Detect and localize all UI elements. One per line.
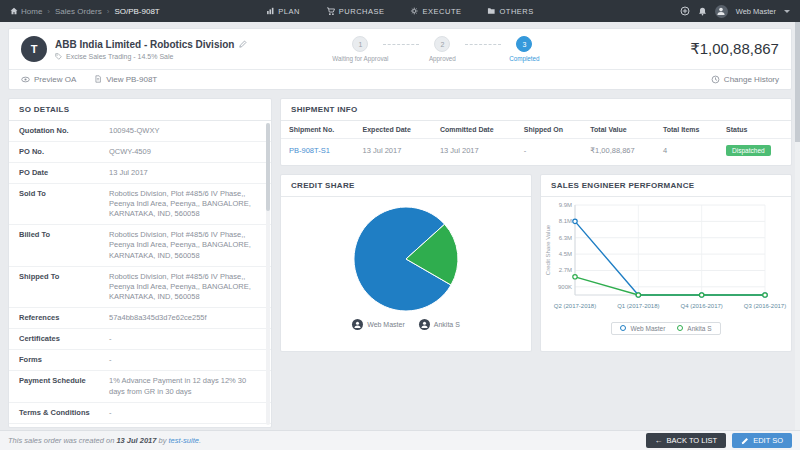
edit-title-icon[interactable]	[239, 40, 247, 48]
detail-label: Terms & Conditions	[19, 408, 103, 418]
home-icon	[10, 7, 18, 15]
view-document-button[interactable]: View PB-908T	[94, 75, 157, 84]
back-to-list-button[interactable]: ← BACK TO LIST	[646, 433, 727, 448]
preview-oa-label: Preview OA	[34, 75, 76, 84]
column-header: Shipment No.	[281, 121, 355, 139]
menu-execute[interactable]: EXECUTE	[411, 7, 462, 16]
data-point	[699, 292, 703, 296]
add-icon[interactable]	[680, 6, 690, 16]
legend-label: Ankita S	[687, 325, 711, 332]
change-history-button[interactable]: Change History	[711, 75, 779, 84]
note-suffix: .	[199, 436, 201, 445]
breadcrumb-sales-orders[interactable]: Sales Orders	[55, 7, 102, 16]
detail-row: Certificates-	[9, 329, 271, 350]
menu-plan[interactable]: PLAN	[266, 7, 300, 16]
detail-value: 1% Advance Payment in 12 days 12% 30 day…	[109, 376, 261, 396]
detail-label: Payment Schedule	[19, 376, 103, 396]
shipment-number-link[interactable]: PB-908T-S1	[289, 146, 330, 155]
back-arrow-icon: ←	[655, 437, 663, 445]
legend-item[interactable]: Ankita S	[677, 325, 711, 332]
shipment-cell: 4	[655, 138, 718, 162]
step-approved: 2 Approved	[409, 36, 475, 63]
detail-label: Certificates	[19, 334, 103, 344]
step-waiting-for-approval: 1 Waiting for Approval	[327, 36, 393, 63]
legend-label: Web Master	[367, 321, 405, 328]
page-scrollbar-thumb[interactable]	[795, 22, 800, 142]
legend-label: Web Master	[630, 325, 665, 332]
y-tick-label: 9.9M	[559, 202, 572, 208]
menu-others[interactable]: OTHERS	[487, 7, 533, 16]
step-circle: 1	[352, 36, 368, 52]
order-total-amount: ₹1,00,88,867	[690, 40, 779, 58]
step-label: Waiting for Approval	[332, 55, 388, 63]
line-series-ankita-s	[575, 276, 765, 294]
x-tick-label: Q2 (2017-2018)	[554, 303, 596, 309]
shipment-cell: 13 Jul 2017	[432, 138, 516, 162]
detail-label: PO Date	[19, 168, 103, 178]
main-menu: PLAN PURCHASE EXECUTE OTHERS	[266, 0, 533, 22]
legend-item[interactable]: Web Master	[352, 319, 405, 330]
top-navbar: Home Sales Orders SO/PB-908T PLAN PURCHA…	[0, 0, 800, 22]
shipment-cell: ₹1,00,88,867	[582, 138, 655, 162]
column-header: Expected Date	[355, 121, 432, 139]
legend-item[interactable]: Ankita S	[419, 319, 460, 330]
detail-row: Forms-	[9, 350, 271, 371]
page-scrollbar[interactable]	[795, 22, 800, 430]
column-header: Status	[718, 121, 791, 139]
right-column: SHIPMENT INFO Shipment No.Expected DateC…	[280, 98, 792, 428]
data-point	[763, 292, 767, 296]
shipment-table: Shipment No.Expected DateCommitted DateS…	[281, 121, 791, 162]
detail-label: Sold To	[19, 189, 103, 219]
change-history-label: Change History	[724, 75, 779, 84]
execute-gear-icon	[411, 7, 419, 15]
detail-value: 13 Jul 2017	[109, 168, 148, 178]
note-prefix: This sales order was created on	[8, 436, 116, 445]
legend-item[interactable]: Web Master	[620, 325, 665, 332]
detail-row: Billed ToRobotics Division, Plot #485/6 …	[9, 225, 271, 266]
column-header: Committed Date	[432, 121, 516, 139]
y-tick-label: 6.3M	[559, 234, 572, 240]
credit-share-pie-chart	[350, 203, 462, 315]
credit-share-title: CREDIT SHARE	[281, 175, 531, 197]
order-header-card: T ABB India Limited - Robotics Division …	[8, 28, 792, 90]
detail-label: Quotation No.	[19, 126, 103, 136]
back-to-list-label: BACK TO LIST	[667, 436, 718, 445]
detail-value: -	[109, 355, 112, 365]
shipment-info-card: SHIPMENT INFO Shipment No.Expected DateC…	[280, 98, 792, 166]
data-point	[573, 274, 577, 278]
data-point	[573, 219, 577, 223]
step-label: Completed	[509, 55, 539, 63]
user-menu-caret-icon[interactable]	[784, 10, 790, 13]
progress-steps: 1 Waiting for Approval 2 Approved 3 Comp…	[327, 36, 557, 63]
order-header-main: T ABB India Limited - Robotics Division …	[9, 29, 791, 69]
shipment-cell: 13 Jul 2017	[355, 138, 432, 162]
user-avatar[interactable]	[715, 5, 728, 18]
so-details-scrollbar[interactable]	[266, 123, 270, 425]
user-name[interactable]: Web Master	[736, 7, 776, 16]
detail-label: Shipped To	[19, 272, 103, 302]
detail-value: QCWY-4509	[109, 147, 151, 157]
detail-row: Quotation No.100945-QWXY	[9, 121, 271, 142]
document-icon	[94, 75, 102, 83]
column-header: Total Items	[655, 121, 718, 139]
plan-icon	[266, 7, 274, 15]
menu-purchase[interactable]: PURCHASE	[326, 7, 385, 16]
edit-so-button[interactable]: EDIT SO	[732, 433, 792, 448]
order-toolbar: Preview OA View PB-908T Change History	[9, 69, 791, 89]
breadcrumb-home[interactable]: Home	[10, 7, 42, 16]
so-details-rows: Quotation No.100945-QWXYPO No.QCWY-4509P…	[9, 121, 271, 428]
y-tick-label: 8.1M	[559, 218, 572, 224]
shipment-cell: -	[516, 138, 583, 162]
menu-others-label: OTHERS	[499, 7, 533, 16]
step-label: Approved	[429, 55, 456, 63]
scrollbar-thumb[interactable]	[266, 123, 270, 211]
creation-author[interactable]: test-suite	[169, 436, 199, 445]
preview-oa-button[interactable]: Preview OA	[21, 75, 76, 84]
detail-value: 57a4bb8a345d3d7e62ce255f	[109, 313, 207, 323]
notifications-bell-icon[interactable]	[698, 7, 707, 16]
page-title: ABB India Limited - Robotics Division	[55, 39, 234, 50]
shipment-table-body: PB-908T-S113 Jul 201713 Jul 2017-₹1,00,8…	[281, 138, 791, 162]
detail-value: Robotics Division, Plot #485/6 IV Phase,…	[109, 272, 261, 302]
footer-bar: This sales order was created on 13 Jul 2…	[0, 430, 800, 450]
status-badge: Dispatched	[726, 145, 771, 156]
